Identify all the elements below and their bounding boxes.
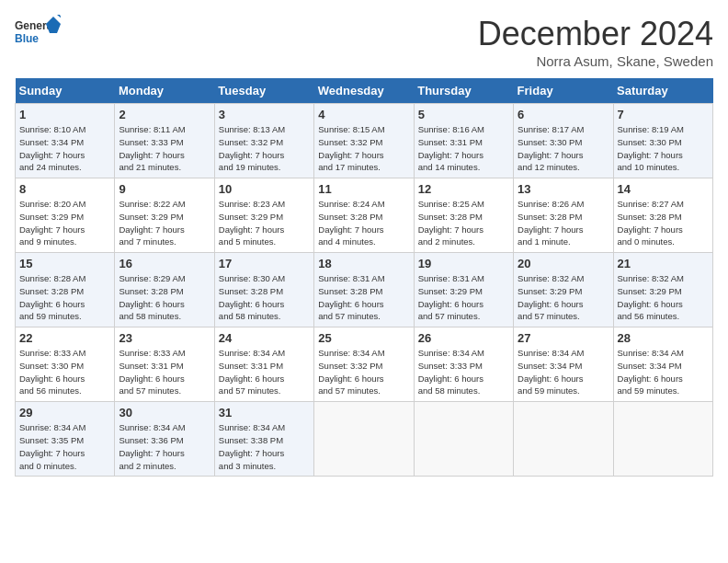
day-number-17: 17 xyxy=(219,257,310,270)
day-detail-2: Sunrise: 8:11 AM Sunset: 3:33 PM Dayligh… xyxy=(119,123,210,174)
day-detail-16: Sunrise: 8:29 AM Sunset: 3:28 PM Dayligh… xyxy=(119,272,210,323)
day-number-18: 18 xyxy=(318,257,409,270)
svg-marker-3 xyxy=(57,15,61,19)
day-cell-25: 25Sunrise: 8:34 AM Sunset: 3:32 PM Dayli… xyxy=(314,327,414,402)
day-detail-1: Sunrise: 8:10 AM Sunset: 3:34 PM Dayligh… xyxy=(19,123,110,174)
day-number-28: 28 xyxy=(618,331,709,345)
empty-cell xyxy=(414,402,513,477)
day-detail-18: Sunrise: 8:31 AM Sunset: 3:28 PM Dayligh… xyxy=(318,272,409,323)
day-cell-9: 9Sunrise: 8:22 AM Sunset: 3:29 PM Daylig… xyxy=(115,178,214,253)
day-cell-6: 6Sunrise: 8:17 AM Sunset: 3:30 PM Daylig… xyxy=(514,104,613,178)
week-row-4: 22Sunrise: 8:33 AM Sunset: 3:30 PM Dayli… xyxy=(16,327,713,402)
day-cell-3: 3Sunrise: 8:13 AM Sunset: 3:32 PM Daylig… xyxy=(214,104,313,178)
day-detail-14: Sunrise: 8:27 AM Sunset: 3:28 PM Dayligh… xyxy=(618,198,709,248)
header-saturday: Saturday xyxy=(613,78,712,104)
day-detail-10: Sunrise: 8:23 AM Sunset: 3:29 PM Dayligh… xyxy=(219,198,310,248)
day-number-14: 14 xyxy=(618,182,709,196)
day-cell-24: 24Sunrise: 8:34 AM Sunset: 3:31 PM Dayli… xyxy=(214,327,313,402)
day-number-11: 11 xyxy=(318,182,409,196)
day-cell-2: 2Sunrise: 8:11 AM Sunset: 3:33 PM Daylig… xyxy=(115,104,214,178)
header-wednesday: Wednesday xyxy=(314,78,414,104)
day-cell-8: 8Sunrise: 8:20 AM Sunset: 3:29 PM Daylig… xyxy=(16,178,115,253)
day-cell-22: 22Sunrise: 8:33 AM Sunset: 3:30 PM Dayli… xyxy=(16,327,115,402)
week-row-1: 1Sunrise: 8:10 AM Sunset: 3:34 PM Daylig… xyxy=(16,104,713,178)
svg-text:Blue: Blue xyxy=(15,32,39,45)
day-detail-24: Sunrise: 8:34 AM Sunset: 3:31 PM Dayligh… xyxy=(219,347,310,397)
day-number-25: 25 xyxy=(318,331,409,345)
day-cell-30: 30Sunrise: 8:34 AM Sunset: 3:36 PM Dayli… xyxy=(115,402,214,477)
day-number-31: 31 xyxy=(219,406,310,419)
day-number-16: 16 xyxy=(119,257,210,270)
month-title: December 2024 xyxy=(478,15,713,53)
empty-cell xyxy=(314,402,414,477)
day-number-9: 9 xyxy=(119,182,210,196)
calendar-table: SundayMondayTuesdayWednesdayThursdayFrid… xyxy=(15,78,713,477)
day-cell-7: 7Sunrise: 8:19 AM Sunset: 3:30 PM Daylig… xyxy=(613,104,712,178)
day-detail-12: Sunrise: 8:25 AM Sunset: 3:28 PM Dayligh… xyxy=(418,198,509,248)
day-number-24: 24 xyxy=(219,331,310,345)
day-detail-27: Sunrise: 8:34 AM Sunset: 3:34 PM Dayligh… xyxy=(518,347,609,397)
day-number-3: 3 xyxy=(219,108,310,121)
day-detail-28: Sunrise: 8:34 AM Sunset: 3:34 PM Dayligh… xyxy=(618,347,709,397)
header-monday: Monday xyxy=(115,78,214,104)
logo: General Blue xyxy=(15,15,61,56)
day-number-10: 10 xyxy=(219,182,310,196)
day-cell-17: 17Sunrise: 8:30 AM Sunset: 3:28 PM Dayli… xyxy=(214,253,313,327)
day-detail-31: Sunrise: 8:34 AM Sunset: 3:38 PM Dayligh… xyxy=(219,421,310,472)
day-cell-5: 5Sunrise: 8:16 AM Sunset: 3:31 PM Daylig… xyxy=(414,104,513,178)
day-number-8: 8 xyxy=(19,182,110,196)
header-tuesday: Tuesday xyxy=(214,78,313,104)
day-cell-4: 4Sunrise: 8:15 AM Sunset: 3:32 PM Daylig… xyxy=(314,104,414,178)
day-detail-26: Sunrise: 8:34 AM Sunset: 3:33 PM Dayligh… xyxy=(418,347,509,397)
day-detail-21: Sunrise: 8:32 AM Sunset: 3:29 PM Dayligh… xyxy=(618,272,709,323)
header-sunday: Sunday xyxy=(16,78,115,104)
day-cell-16: 16Sunrise: 8:29 AM Sunset: 3:28 PM Dayli… xyxy=(115,253,214,327)
day-detail-19: Sunrise: 8:31 AM Sunset: 3:29 PM Dayligh… xyxy=(418,272,509,323)
day-number-2: 2 xyxy=(119,108,210,121)
day-cell-27: 27Sunrise: 8:34 AM Sunset: 3:34 PM Dayli… xyxy=(514,327,613,402)
day-number-26: 26 xyxy=(418,331,509,345)
day-detail-22: Sunrise: 8:33 AM Sunset: 3:30 PM Dayligh… xyxy=(19,347,110,397)
empty-cell xyxy=(514,402,613,477)
day-number-1: 1 xyxy=(19,108,110,121)
day-number-29: 29 xyxy=(19,406,110,419)
day-number-21: 21 xyxy=(618,257,709,270)
day-detail-3: Sunrise: 8:13 AM Sunset: 3:32 PM Dayligh… xyxy=(219,123,310,174)
day-detail-8: Sunrise: 8:20 AM Sunset: 3:29 PM Dayligh… xyxy=(19,198,110,248)
day-detail-29: Sunrise: 8:34 AM Sunset: 3:35 PM Dayligh… xyxy=(19,421,110,472)
day-cell-11: 11Sunrise: 8:24 AM Sunset: 3:28 PM Dayli… xyxy=(314,178,414,253)
day-detail-25: Sunrise: 8:34 AM Sunset: 3:32 PM Dayligh… xyxy=(318,347,409,397)
header-thursday: Thursday xyxy=(414,78,513,104)
header: General Blue December 2024 Norra Asum, S… xyxy=(15,15,713,69)
day-detail-5: Sunrise: 8:16 AM Sunset: 3:31 PM Dayligh… xyxy=(418,123,509,174)
day-cell-10: 10Sunrise: 8:23 AM Sunset: 3:29 PM Dayli… xyxy=(214,178,313,253)
day-number-22: 22 xyxy=(19,331,110,345)
day-detail-20: Sunrise: 8:32 AM Sunset: 3:29 PM Dayligh… xyxy=(518,272,609,323)
day-number-15: 15 xyxy=(19,257,110,270)
day-detail-11: Sunrise: 8:24 AM Sunset: 3:28 PM Dayligh… xyxy=(318,198,409,248)
day-cell-29: 29Sunrise: 8:34 AM Sunset: 3:35 PM Dayli… xyxy=(16,402,115,477)
day-number-7: 7 xyxy=(618,108,709,121)
day-cell-26: 26Sunrise: 8:34 AM Sunset: 3:33 PM Dayli… xyxy=(414,327,513,402)
day-number-20: 20 xyxy=(518,257,609,270)
header-friday: Friday xyxy=(514,78,613,104)
title-area: December 2024 Norra Asum, Skane, Sweden xyxy=(478,15,713,69)
calendar-header-row: SundayMondayTuesdayWednesdayThursdayFrid… xyxy=(16,78,713,104)
week-row-3: 15Sunrise: 8:28 AM Sunset: 3:28 PM Dayli… xyxy=(16,253,713,327)
day-detail-4: Sunrise: 8:15 AM Sunset: 3:32 PM Dayligh… xyxy=(318,123,409,174)
day-number-19: 19 xyxy=(418,257,509,270)
day-detail-23: Sunrise: 8:33 AM Sunset: 3:31 PM Dayligh… xyxy=(119,347,210,397)
day-detail-6: Sunrise: 8:17 AM Sunset: 3:30 PM Dayligh… xyxy=(518,123,609,174)
day-cell-28: 28Sunrise: 8:34 AM Sunset: 3:34 PM Dayli… xyxy=(613,327,712,402)
day-number-27: 27 xyxy=(518,331,609,345)
day-cell-15: 15Sunrise: 8:28 AM Sunset: 3:28 PM Dayli… xyxy=(16,253,115,327)
week-row-5: 29Sunrise: 8:34 AM Sunset: 3:35 PM Dayli… xyxy=(16,402,713,477)
day-detail-30: Sunrise: 8:34 AM Sunset: 3:36 PM Dayligh… xyxy=(119,421,210,472)
day-cell-21: 21Sunrise: 8:32 AM Sunset: 3:29 PM Dayli… xyxy=(613,253,712,327)
day-cell-18: 18Sunrise: 8:31 AM Sunset: 3:28 PM Dayli… xyxy=(314,253,414,327)
day-cell-14: 14Sunrise: 8:27 AM Sunset: 3:28 PM Dayli… xyxy=(613,178,712,253)
day-number-5: 5 xyxy=(418,108,509,121)
day-detail-15: Sunrise: 8:28 AM Sunset: 3:28 PM Dayligh… xyxy=(19,272,110,323)
day-cell-13: 13Sunrise: 8:26 AM Sunset: 3:28 PM Dayli… xyxy=(514,178,613,253)
day-cell-20: 20Sunrise: 8:32 AM Sunset: 3:29 PM Dayli… xyxy=(514,253,613,327)
